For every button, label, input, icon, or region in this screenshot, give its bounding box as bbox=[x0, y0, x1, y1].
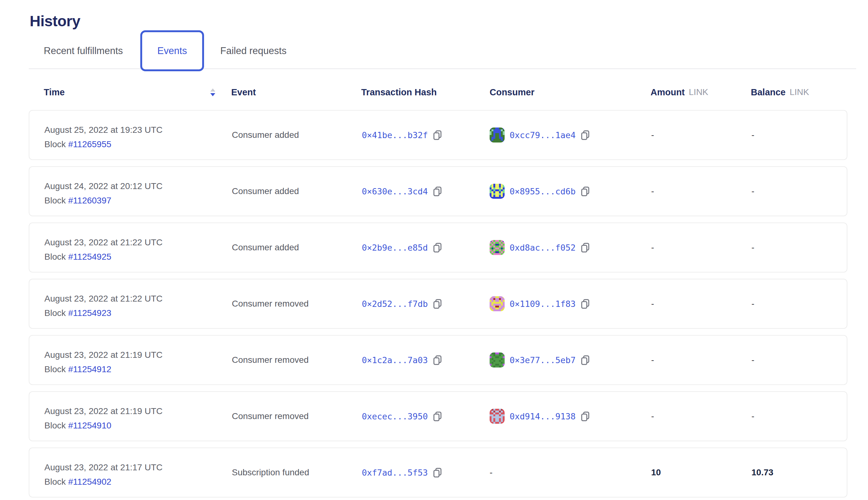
amount-value: - bbox=[651, 280, 654, 328]
tab-events[interactable]: Events bbox=[140, 30, 204, 71]
sort-indicator[interactable] bbox=[210, 85, 216, 99]
copy-icon[interactable] bbox=[433, 299, 442, 309]
copy-icon[interactable] bbox=[581, 355, 590, 365]
time-cell: August 23, 2022 at 21:17 UTC Block #1125… bbox=[44, 460, 162, 489]
transaction-hash-link[interactable]: 0×630e...3cd4 bbox=[362, 186, 428, 196]
transaction-hash-cell: 0×41be...b32f bbox=[362, 111, 442, 159]
copy-icon[interactable] bbox=[581, 130, 590, 140]
block-link[interactable]: #11254902 bbox=[68, 477, 111, 487]
sort-descending-icon bbox=[210, 93, 215, 96]
block-link[interactable]: #11254910 bbox=[68, 421, 111, 430]
copy-icon[interactable] bbox=[433, 186, 442, 196]
consumer-address-link[interactable]: 0×3e77...5eb7 bbox=[510, 355, 575, 365]
block-label: Block bbox=[44, 477, 68, 487]
transaction-hash-link[interactable]: 0xecec...3950 bbox=[362, 411, 428, 421]
balance-label: Balance bbox=[751, 87, 786, 98]
amount-unit-label: LINK bbox=[689, 87, 708, 97]
transaction-hash-cell: 0xf7ad...5f53 bbox=[362, 448, 442, 497]
consumer-cell: 0×8955...cd6b bbox=[490, 167, 590, 216]
consumer-cell: 0xd914...9138 bbox=[490, 392, 590, 441]
consumer-avatar bbox=[490, 240, 505, 255]
consumer-cell: 0×3e77...5eb7 bbox=[490, 336, 590, 384]
balance-value: - bbox=[752, 111, 754, 159]
amount-value: - bbox=[651, 392, 654, 441]
consumer-cell: 0×1109...1f83 bbox=[490, 280, 590, 328]
event-type: Consumer removed bbox=[232, 280, 309, 328]
transaction-hash-link[interactable]: 0×1c2a...7a03 bbox=[362, 355, 428, 365]
amount-label: Amount bbox=[651, 87, 685, 98]
block-link[interactable]: #11254912 bbox=[68, 364, 111, 374]
tab-failed-requests[interactable]: Failed requests bbox=[220, 30, 286, 71]
consumer-address-link[interactable]: 0xd914...9138 bbox=[510, 411, 575, 421]
event-type: Consumer added bbox=[232, 167, 299, 216]
column-header-transaction-hash: Transaction Hash bbox=[361, 85, 437, 99]
copy-icon[interactable] bbox=[433, 467, 442, 478]
transaction-hash-link[interactable]: 0×2d52...f7db bbox=[362, 299, 428, 309]
block-link[interactable]: #11254923 bbox=[68, 308, 111, 318]
consumer-address-link[interactable]: 0×1109...1f83 bbox=[510, 299, 575, 309]
timestamp: August 23, 2022 at 21:22 UTC bbox=[44, 235, 162, 250]
transaction-hash-cell: 0×1c2a...7a03 bbox=[362, 336, 442, 384]
time-cell: August 23, 2022 at 21:22 UTC Block #1125… bbox=[44, 292, 162, 320]
consumer-avatar bbox=[490, 296, 505, 311]
timestamp: August 23, 2022 at 21:19 UTC bbox=[44, 404, 162, 418]
copy-icon[interactable] bbox=[433, 411, 442, 422]
tab-recent-fulfillments[interactable]: Recent fulfillments bbox=[44, 30, 123, 71]
consumer-avatar bbox=[490, 409, 505, 424]
amount-value: - bbox=[651, 111, 654, 159]
transaction-hash-link[interactable]: 0×41be...b32f bbox=[362, 130, 428, 140]
consumer-address-link[interactable]: 0xcc79...1ae4 bbox=[510, 130, 575, 140]
balance-value: - bbox=[752, 223, 754, 272]
time-cell: August 25, 2022 at 19:23 UTC Block #1126… bbox=[44, 123, 162, 151]
consumer-avatar bbox=[490, 352, 505, 367]
balance-value: - bbox=[752, 167, 754, 216]
timestamp: August 24, 2022 at 20:12 UTC bbox=[44, 179, 162, 193]
table-header: Time Event Transaction Hash Consumer Amo… bbox=[0, 85, 868, 99]
consumer-address-link[interactable]: 0xd8ac...f052 bbox=[510, 243, 575, 252]
column-header-time[interactable]: Time bbox=[44, 85, 65, 99]
table-row: August 23, 2022 at 21:22 UTC Block #1125… bbox=[29, 279, 847, 329]
table-row: August 23, 2022 at 21:22 UTC Block #1125… bbox=[29, 223, 847, 273]
consumer-address-link[interactable]: 0×8955...cd6b bbox=[510, 186, 575, 196]
block-label: Block bbox=[44, 421, 68, 430]
block-link[interactable]: #11265955 bbox=[68, 139, 111, 149]
block-line: Block #11254912 bbox=[44, 362, 162, 377]
timestamp: August 23, 2022 at 21:17 UTC bbox=[44, 460, 162, 475]
event-type: Subscription funded bbox=[232, 448, 309, 497]
amount-value: - bbox=[651, 167, 654, 216]
table-row: August 23, 2022 at 21:19 UTC Block #1125… bbox=[29, 391, 847, 441]
block-link[interactable]: #11254925 bbox=[68, 252, 111, 262]
consumer-cell: - bbox=[490, 448, 492, 497]
balance-value: - bbox=[752, 336, 754, 384]
timestamp: August 25, 2022 at 19:23 UTC bbox=[44, 123, 162, 137]
copy-icon[interactable] bbox=[433, 242, 442, 253]
block-label: Block bbox=[44, 252, 68, 262]
block-line: Block #11254923 bbox=[44, 306, 162, 320]
transaction-hash-cell: 0xecec...3950 bbox=[362, 392, 442, 441]
timestamp: August 23, 2022 at 21:22 UTC bbox=[44, 292, 162, 306]
block-link[interactable]: #11260397 bbox=[68, 196, 111, 205]
consumer-avatar bbox=[490, 184, 505, 199]
consumer-cell: 0xd8ac...f052 bbox=[490, 223, 590, 272]
column-header-amount: Amount LINK bbox=[651, 85, 708, 99]
transaction-hash-link[interactable]: 0xf7ad...5f53 bbox=[362, 468, 428, 477]
copy-icon[interactable] bbox=[433, 130, 442, 140]
copy-icon[interactable] bbox=[581, 242, 590, 253]
page-title: History bbox=[30, 12, 80, 30]
copy-icon[interactable] bbox=[581, 411, 590, 422]
copy-icon[interactable] bbox=[581, 299, 590, 309]
time-cell: August 24, 2022 at 20:12 UTC Block #1126… bbox=[44, 179, 162, 208]
copy-icon[interactable] bbox=[581, 186, 590, 196]
amount-value: - bbox=[651, 336, 654, 384]
time-cell: August 23, 2022 at 21:19 UTC Block #1125… bbox=[44, 404, 162, 433]
block-label: Block bbox=[44, 196, 68, 205]
copy-icon[interactable] bbox=[433, 355, 442, 365]
block-label: Block bbox=[44, 308, 68, 318]
balance-value: 10.73 bbox=[752, 448, 773, 497]
transaction-hash-cell: 0×2b9e...e85d bbox=[362, 223, 442, 272]
consumer-cell: 0xcc79...1ae4 bbox=[490, 111, 590, 159]
consumer-empty: - bbox=[490, 467, 492, 477]
table-row: August 23, 2022 at 21:19 UTC Block #1125… bbox=[29, 335, 847, 385]
transaction-hash-link[interactable]: 0×2b9e...e85d bbox=[362, 243, 428, 252]
events-table-body: August 25, 2022 at 19:23 UTC Block #1126… bbox=[29, 110, 847, 500]
